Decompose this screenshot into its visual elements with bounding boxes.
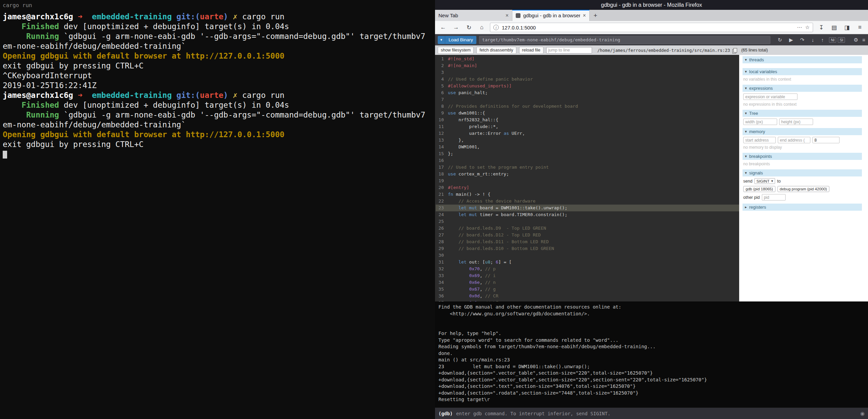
panel-local-variables-header[interactable]: ▾ local variables [743, 68, 862, 75]
line-number[interactable]: 14 [436, 144, 448, 150]
line-number[interactable]: 10 [436, 117, 448, 123]
gdb-console[interactable]: Find the GDB manual and other documentat… [435, 301, 868, 407]
line-number[interactable]: 35 [436, 286, 448, 293]
line-number[interactable]: 2 [436, 62, 448, 69]
sidebars-icon[interactable]: ◨ [842, 23, 852, 32]
line-number[interactable]: 29 [436, 245, 448, 252]
settings-gear-icon[interactable]: ⚙ [854, 37, 858, 43]
line-number[interactable]: 9 [436, 110, 448, 117]
line-number[interactable]: 32 [436, 266, 448, 272]
panel-expressions-header[interactable]: ▾ expressions [743, 85, 862, 92]
step-into-icon[interactable]: ↓ [811, 37, 814, 43]
line-number[interactable]: 3 [436, 69, 448, 76]
bookmark-star-icon[interactable]: ☆ [805, 24, 810, 30]
line-number[interactable]: 24 [436, 211, 448, 218]
memory-end-address-input[interactable] [778, 137, 810, 143]
line-number[interactable]: 4 [436, 76, 448, 83]
source-code-view[interactable]: 1#![no_std]2#![no_main]3 4// Used to def… [435, 55, 739, 301]
line-number[interactable]: 36 [436, 293, 448, 299]
back-icon[interactable]: ← [438, 23, 448, 32]
console-line: Find the GDB manual and other documentat… [438, 304, 865, 311]
load-binary-button[interactable]: Load Binary [445, 36, 476, 44]
line-number[interactable]: 28 [436, 238, 448, 245]
memory-start-address-input[interactable] [743, 137, 776, 143]
line-number[interactable]: 26 [436, 225, 448, 232]
code-line: 18use cortex_m_rt::entry; [436, 171, 739, 177]
line-number[interactable]: 8 [436, 103, 448, 110]
reload-icon[interactable]: ↻ [464, 23, 474, 32]
panel-threads-header[interactable]: ▾ threads [743, 56, 862, 63]
expression-input[interactable] [743, 93, 797, 100]
terminal-output[interactable]: james@archx1c6g ➜ embedded-training git:… [0, 9, 435, 162]
site-info-icon[interactable]: i [493, 25, 499, 30]
next-icon[interactable]: ↷ [800, 37, 805, 43]
step-out-icon[interactable]: ↑ [821, 37, 824, 43]
page-actions-icon[interactable]: ⋯ [797, 24, 802, 30]
load-binary-dropdown-icon[interactable]: ▾ [438, 36, 445, 44]
console-status-icon[interactable]: ◉ [860, 411, 865, 417]
line-number[interactable]: 21 [436, 191, 448, 198]
line-number[interactable]: 23 [436, 205, 448, 211]
tab-label: gdbgui - gdb in a browser [523, 13, 580, 18]
downloads-icon[interactable]: ↧ [816, 23, 826, 32]
line-number[interactable]: 20 [436, 184, 448, 191]
jump-to-line-input[interactable] [546, 47, 592, 54]
panel-signals-header[interactable]: ▾ signals [743, 169, 862, 176]
line-number[interactable]: 5 [436, 83, 448, 89]
line-number[interactable]: 11 [436, 123, 448, 130]
hamburger-menu-icon[interactable]: ≡ [862, 37, 865, 43]
line-number[interactable]: 12 [436, 130, 448, 137]
signal-select[interactable]: SIGINT ▾ [754, 178, 775, 184]
new-tab-button[interactable]: + [590, 10, 601, 21]
home-icon[interactable]: ⌂ [477, 23, 487, 32]
line-number[interactable]: 31 [436, 259, 448, 266]
fetch-disassembly-button[interactable]: fetch disassembly [476, 47, 516, 54]
tree-height-input[interactable] [779, 119, 813, 125]
signal-target-program-button[interactable]: debug program (pid 42000) [777, 186, 829, 192]
line-number[interactable]: 7 [436, 96, 448, 103]
console-line: main () at src/main.rs:23 [438, 357, 865, 363]
si-toggle[interactable]: SI [838, 37, 845, 43]
line-number[interactable]: 13 [436, 137, 448, 144]
tree-width-input[interactable] [743, 119, 777, 125]
panel-registers-header[interactable]: ▸ registers [743, 204, 862, 211]
line-number[interactable]: 17 [436, 164, 448, 171]
library-icon[interactable]: ▤ [829, 23, 839, 32]
reload-file-button[interactable]: reload file [519, 47, 544, 54]
line-number[interactable]: 15 [436, 150, 448, 157]
signal-target-gdb-button[interactable]: gdb (pid 18065) [743, 186, 775, 192]
copy-path-icon[interactable] [733, 48, 737, 53]
panel-tree-header[interactable]: ▾ Tree [743, 110, 862, 117]
forward-icon[interactable]: → [451, 23, 461, 32]
tab-new-tab[interactable]: New Tab × [435, 10, 512, 21]
close-tab-icon[interactable]: × [506, 13, 509, 19]
line-number[interactable]: 18 [436, 171, 448, 177]
memory-bytes-per-line-input[interactable] [812, 137, 840, 143]
other-pid-input[interactable] [762, 194, 786, 201]
panel-memory-header[interactable]: ▾ memory [743, 128, 862, 135]
terminal-line: james@archx1c6g ➜ embedded-training git:… [3, 90, 432, 100]
panel-breakpoints-header[interactable]: ▾ breakpoints [743, 153, 862, 160]
line-number[interactable]: 1 [436, 56, 448, 62]
line-number[interactable]: 6 [436, 89, 448, 96]
tab-gdbgui[interactable]: gdbgui - gdb in a browser × [512, 10, 590, 21]
line-number[interactable]: 34 [436, 279, 448, 286]
continue-icon[interactable]: ▶ [789, 37, 793, 43]
line-number[interactable]: 19 [436, 177, 448, 184]
menu-icon[interactable]: ≡ [855, 23, 865, 32]
line-number[interactable]: 25 [436, 218, 448, 225]
close-tab-icon[interactable]: × [583, 13, 586, 19]
gdb-command-input[interactable] [456, 411, 857, 416]
url-bar[interactable]: i 127.0.0.1:5000 ⋯ ☆ [490, 23, 813, 32]
terminal-text: cargo run [242, 12, 284, 21]
restart-icon[interactable]: ↻ [778, 37, 782, 43]
line-number[interactable]: 22 [436, 198, 448, 205]
ni-toggle[interactable]: NI [829, 37, 836, 43]
line-number[interactable]: 16 [436, 157, 448, 164]
terminal-text [3, 110, 26, 119]
line-number[interactable]: 30 [436, 252, 448, 259]
binary-path-input[interactable] [479, 36, 770, 44]
line-number[interactable]: 33 [436, 272, 448, 279]
show-filesystem-button[interactable]: show filesystem [438, 47, 474, 54]
line-number[interactable]: 27 [436, 232, 448, 238]
